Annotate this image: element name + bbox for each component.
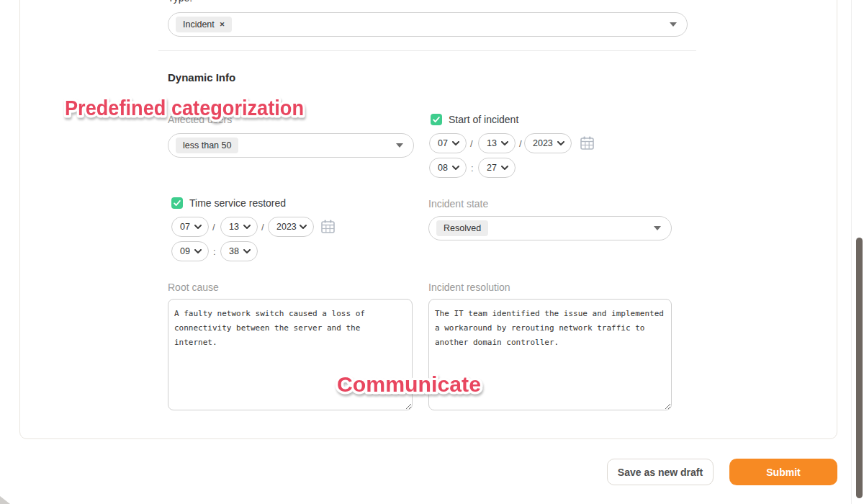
type-tag-label: Incident (183, 19, 215, 30)
start-day-select[interactable]: 13 (478, 133, 516, 153)
remove-tag-icon[interactable]: ✕ (220, 21, 225, 28)
type-label: Type: (168, 0, 192, 4)
date-separator: / (470, 138, 473, 149)
restored-year-value: 2023 (276, 222, 297, 232)
incident-state-label: Incident state (428, 198, 488, 210)
start-incident-checkbox[interactable] (431, 114, 442, 125)
save-as-new-draft-button[interactable]: Save as new draft (607, 459, 714, 485)
time-separator: : (471, 163, 474, 174)
start-minute-value: 27 (487, 163, 497, 173)
chevron-down-icon (194, 249, 202, 253)
scrollbar-thumb[interactable] (856, 238, 863, 498)
submit-button[interactable]: Submit (729, 459, 837, 485)
start-month-value: 07 (438, 138, 448, 148)
chevron-down-icon (452, 141, 459, 145)
chevron-down-icon (452, 166, 459, 170)
restored-minute-value: 38 (229, 246, 239, 256)
chevron-down-icon (501, 166, 508, 170)
start-year-select[interactable]: 2023 (524, 133, 572, 153)
chevron-down-icon (300, 225, 307, 229)
service-restored-checkbox[interactable] (171, 197, 183, 209)
type-multiselect[interactable]: Incident ✕ (168, 12, 688, 37)
start-year-value: 2023 (533, 138, 553, 148)
cursor-artifact (0, 496, 10, 504)
incident-state-value: Resolved (436, 220, 488, 236)
annotation-text: Predefined categorization (65, 96, 304, 120)
start-hour-value: 08 (438, 163, 448, 173)
chevron-down-icon (501, 141, 508, 145)
restored-month-select[interactable]: 07 (171, 217, 209, 237)
service-restored-label: Time service restored (189, 197, 286, 209)
restored-month-value: 07 (180, 222, 190, 232)
restored-hour-select[interactable]: 09 (171, 241, 209, 261)
annotation-communicate: Communicate (317, 364, 518, 403)
checkmark-icon (432, 115, 441, 124)
scrollbar-track (851, 0, 852, 504)
restored-minute-select[interactable]: 38 (220, 241, 258, 261)
incident-state-select[interactable]: Resolved (428, 216, 672, 240)
chevron-down-icon (243, 225, 251, 229)
affected-users-select[interactable]: less than 50 (168, 133, 414, 158)
annotation-text: Communicate (337, 372, 481, 396)
incident-form-page: Type: Incident ✕ Dynamic Info Affected u… (0, 0, 864, 504)
start-day-value: 13 (487, 138, 497, 148)
root-cause-label: Root cause (168, 282, 219, 293)
date-separator: / (519, 138, 522, 149)
restored-day-select[interactable]: 13 (220, 217, 258, 237)
restored-day-value: 13 (229, 222, 239, 232)
start-month-select[interactable]: 07 (429, 133, 467, 153)
chevron-down-icon (243, 249, 251, 253)
chevron-down-icon (194, 225, 202, 229)
affected-users-value: less than 50 (176, 138, 238, 153)
chevron-down-icon (396, 143, 403, 148)
type-tag: Incident ✕ (176, 17, 232, 32)
date-separator: / (212, 222, 215, 233)
dynamic-info-heading: Dynamic Info (168, 71, 235, 84)
chevron-down-icon (670, 22, 677, 27)
chevron-down-icon (654, 226, 661, 230)
chevron-down-icon (557, 141, 564, 145)
annotation-predefined-categorization: Predefined categorization (45, 88, 333, 127)
checkmark-icon (173, 199, 181, 207)
incident-resolution-label: Incident resolution (428, 282, 510, 293)
start-minute-select[interactable]: 27 (478, 158, 516, 178)
date-separator: / (261, 222, 264, 233)
calendar-icon[interactable] (321, 220, 335, 233)
start-incident-label: Start of incident (449, 114, 518, 125)
restored-year-select[interactable]: 2023 (268, 217, 314, 237)
restored-hour-value: 09 (180, 246, 190, 256)
start-hour-select[interactable]: 08 (429, 158, 467, 178)
time-separator: : (213, 246, 216, 257)
section-divider (158, 50, 696, 51)
calendar-icon[interactable] (580, 136, 594, 150)
